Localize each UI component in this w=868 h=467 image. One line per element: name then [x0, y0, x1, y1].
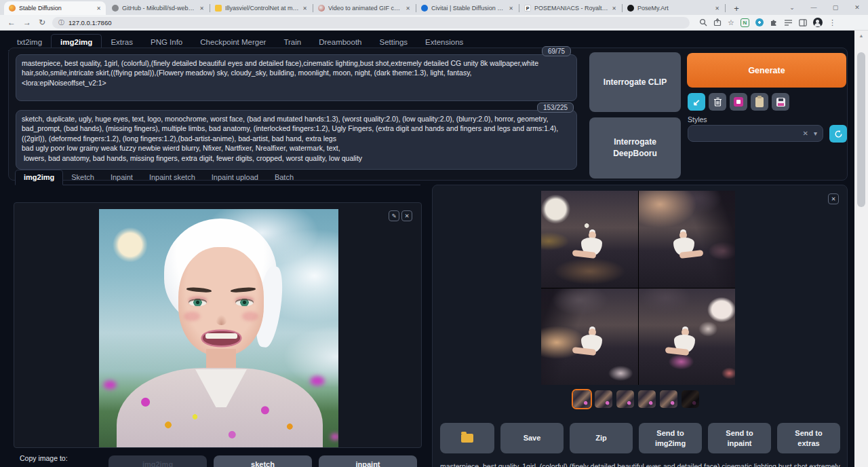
back-icon[interactable]: ← [7, 18, 16, 27]
styles-label: Styles [688, 115, 707, 124]
mode-tab-batch[interactable]: Batch [267, 170, 302, 185]
paste-arrow-icon: ↙ [693, 98, 701, 107]
site-info-icon[interactable]: ⓘ [58, 18, 64, 27]
reload-icon[interactable]: ↻ [39, 18, 45, 27]
apply-styles-button[interactable] [751, 93, 768, 111]
result-image-4[interactable] [639, 288, 736, 386]
styles-caret-icon[interactable]: ▾ [814, 130, 817, 137]
interrogate-clip-button[interactable]: Interrogate CLIP [589, 52, 681, 112]
page-scrollbar[interactable]: ▲ [854, 31, 868, 467]
zip-button[interactable]: Zip [570, 423, 633, 453]
gallery-thumbnails [573, 390, 699, 408]
browser-tab-controlnet[interactable]: Illyasviel/ControlNet at main ✕ [210, 1, 312, 15]
mode-tab-sketch[interactable]: Sketch [63, 170, 102, 185]
maximize-button[interactable]: ▢ [825, 4, 846, 11]
reading-list-icon[interactable] [784, 19, 793, 26]
profile-avatar[interactable] [813, 18, 823, 27]
puzzle-icon[interactable] [770, 18, 778, 26]
stable-diffusion-favicon [9, 5, 16, 12]
share-icon[interactable] [713, 18, 722, 26]
tab-title: GitHub - Mikubill/sd-webui-con [122, 5, 197, 12]
civitai-favicon [421, 5, 428, 12]
tab-close-icon[interactable]: ✕ [715, 5, 719, 12]
browser-tab-civitai[interactable]: Civitai | Stable Diffusion model ✕ [416, 1, 518, 15]
extension-blue-icon[interactable] [755, 18, 764, 26]
source-image[interactable] [99, 209, 338, 447]
gallery-thumbnail-1[interactable] [573, 390, 591, 408]
mode-tab-inpaint-sketch[interactable]: Inpaint sketch [141, 170, 203, 185]
open-folder-button[interactable] [440, 423, 494, 453]
side-panel-icon[interactable] [799, 19, 807, 26]
browser-tab-github[interactable]: GitHub - Mikubill/sd-webui-con ✕ [107, 1, 209, 15]
tab-close-icon[interactable]: ✕ [406, 5, 410, 12]
refresh-styles-button[interactable] [829, 125, 847, 143]
new-tab-button[interactable]: + [730, 1, 743, 15]
tab-close-icon[interactable]: ✕ [96, 5, 101, 12]
tab-close-icon[interactable]: ✕ [509, 5, 513, 12]
paste-generation-params-button[interactable]: ↙ [688, 93, 705, 111]
menu-icon[interactable]: ⋮ [829, 18, 836, 27]
source-image-dropzone[interactable]: ✎ ✕ [14, 202, 422, 448]
gallery-action-buttons: Save Zip Send to img2img Send to inpaint… [440, 423, 840, 453]
gallery-thumbnail-6[interactable] [682, 390, 699, 408]
edit-image-button[interactable]: ✎ [389, 210, 399, 221]
prompt-token-counter: 69/75 [542, 46, 571, 56]
browser-tab-strip: Stable Diffusion ✕ GitHub - Mikubill/sd-… [0, 0, 868, 15]
gallery-thumbnail-4[interactable] [638, 390, 656, 408]
minimize-button[interactable]: — [803, 4, 825, 11]
negative-prompt-token-counter: 153/225 [537, 102, 574, 113]
posemyart-favicon [627, 5, 634, 12]
gallery-thumbnail-3[interactable] [616, 390, 634, 408]
zoom-icon[interactable] [699, 18, 707, 26]
close-gallery-button[interactable]: ✕ [828, 193, 839, 204]
send-to-extras-button[interactable]: Send to extras [777, 423, 840, 453]
tab-close-icon[interactable]: ✕ [199, 5, 204, 12]
scrollbar-up-icon[interactable]: ▲ [854, 33, 868, 38]
send-to-img2img-button[interactable]: Send to img2img [639, 423, 702, 453]
result-image-1[interactable] [541, 191, 638, 288]
extra-networks-button[interactable] [730, 93, 747, 111]
copy-to-sketch-button[interactable]: sketch [214, 455, 312, 467]
mode-tab-inpaint[interactable]: Inpaint [102, 170, 141, 185]
refresh-icon [834, 130, 843, 138]
mode-tab-inpaint-upload[interactable]: Inpaint upload [203, 170, 267, 185]
interrogate-deepbooru-button[interactable]: Interrogate DeepBooru [589, 117, 681, 179]
clipboard-icon [755, 97, 764, 107]
forward-icon[interactable]: → [23, 18, 31, 27]
gallery-thumbnail-5[interactable] [660, 390, 677, 408]
gallery-thumbnail-2[interactable] [595, 390, 612, 408]
scrollbar-thumb[interactable] [857, 52, 865, 207]
browser-tab-posemyart[interactable]: PoseMy.Art ✕ [623, 1, 724, 15]
copy-image-buttons: img2img sketch inpaint [108, 455, 417, 467]
browser-tab-stable-diffusion[interactable]: Stable Diffusion ✕ [4, 1, 106, 15]
address-bar[interactable]: ⓘ 127.0.0.1:7860 [52, 17, 690, 29]
extension-n-icon[interactable]: N [741, 18, 749, 27]
tab-search-icon[interactable]: ⌄ [781, 4, 803, 11]
window-close-button[interactable]: ✕ [846, 4, 868, 11]
toolbar-actions: ☆ N ⋮ [699, 18, 836, 27]
send-to-inpaint-button[interactable]: Send to inpaint [708, 423, 771, 453]
mode-tab-img2img[interactable]: img2img [15, 170, 63, 185]
remove-image-button[interactable]: ✕ [401, 210, 412, 221]
save-button[interactable]: Save [500, 423, 564, 453]
prompt-input[interactable]: masterpiece, best quality, 1girl, (color… [16, 54, 577, 101]
save-style-button[interactable] [772, 93, 789, 111]
generate-button[interactable]: Generate [687, 53, 846, 88]
browser-tab-gif-converter[interactable]: Video to animated GIF converter ✕ [313, 1, 415, 15]
result-image-3[interactable] [541, 288, 638, 386]
negative-prompt-input[interactable]: sketch, duplicate, ugly, huge eyes, text… [16, 110, 577, 170]
tab-title: PoseMy.Art [637, 5, 712, 12]
extra-networks-card-icon [734, 97, 743, 107]
styles-dropdown[interactable]: ✕ ▾ [688, 125, 823, 142]
result-image-2[interactable] [639, 191, 736, 288]
tab-close-icon[interactable]: ✕ [302, 5, 307, 12]
browser-tab-posemaniacs[interactable]: P POSEMANIACS - Royalty free 3 ✕ [519, 1, 621, 15]
copy-to-inpaint-button[interactable]: inpaint [319, 455, 417, 467]
tab-title: Video to animated GIF converter [328, 5, 403, 12]
window-controls: ⌄ — ▢ ✕ [781, 0, 868, 15]
styles-clear-icon[interactable]: ✕ [803, 130, 808, 137]
clear-prompt-button[interactable] [709, 93, 726, 111]
bookmark-star-icon[interactable]: ☆ [728, 18, 734, 27]
result-image-grid[interactable] [541, 191, 735, 385]
tab-close-icon[interactable]: ✕ [612, 5, 616, 12]
